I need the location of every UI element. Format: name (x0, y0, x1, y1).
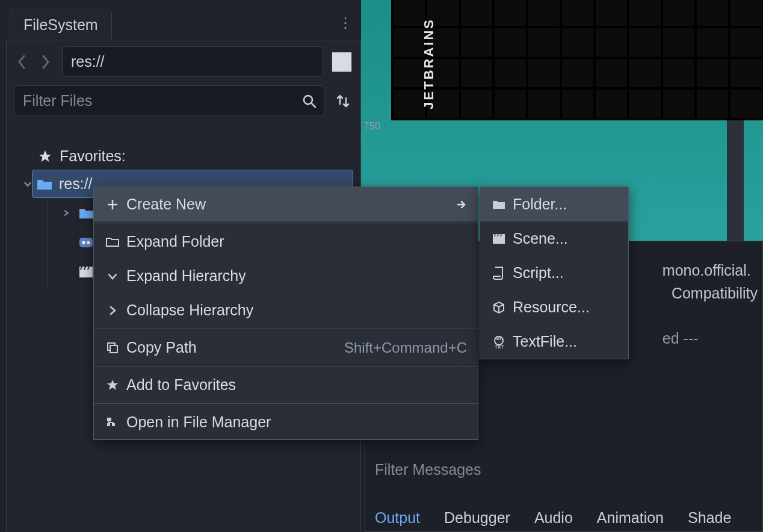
jetbrains-watermark: JETBRAINS (421, 18, 437, 110)
svg-line-22 (495, 234, 495, 237)
menu-copy-path[interactable]: Copy Path Shift+Command+C (94, 330, 478, 365)
sort-button[interactable] (333, 91, 353, 111)
scene-icon (78, 265, 94, 279)
filter-files-input[interactable] (14, 85, 324, 116)
svg-line-24 (501, 234, 501, 237)
menu-open-in-file-manager[interactable]: Open in File Manager (94, 405, 478, 439)
output-panel-tabs: Output Debugger Audio Animation Shade (375, 509, 731, 527)
submenu-label: Folder... (513, 196, 567, 213)
submenu-script[interactable]: Script... (480, 256, 628, 290)
plus-icon (105, 197, 120, 212)
menu-label: Expand Folder (126, 233, 224, 250)
panel-menu-button[interactable]: ⋮ (338, 14, 351, 31)
svg-point-3 (82, 241, 85, 244)
submenu-textfile[interactable]: TXT TextFile... (480, 324, 628, 359)
submenu-label: Script... (513, 264, 564, 282)
svg-rect-16 (112, 423, 115, 426)
path-bar (14, 46, 353, 77)
submenu-arrow-icon (456, 199, 467, 210)
menu-expand-hierarchy[interactable]: Expand Hierarchy (94, 259, 478, 293)
tree-root-label: res:// (59, 175, 93, 193)
menu-shortcut: Shift+Command+C (344, 339, 467, 356)
search-icon (301, 93, 317, 109)
svg-point-4 (87, 241, 90, 244)
svg-line-1 (312, 104, 315, 107)
file-manager-icon (105, 415, 120, 430)
svg-rect-15 (107, 423, 110, 426)
nav-back-button[interactable] (14, 52, 29, 72)
menu-label: Create New (126, 196, 206, 213)
chevron-right-icon (105, 303, 120, 318)
submenu-scene[interactable]: Scene... (480, 221, 628, 256)
context-menu: Create New Expand Folder Expand Hierarch… (93, 187, 478, 440)
menu-add-to-favorites[interactable]: Add to Favorites (94, 368, 478, 402)
star-icon (37, 149, 54, 164)
output-line: ed --- (663, 330, 699, 347)
folder-icon (78, 206, 95, 220)
output-line: mono.official. (663, 262, 751, 279)
folder-icon (491, 197, 507, 212)
chevron-down-icon (105, 268, 120, 284)
folder-outline-icon (105, 234, 120, 250)
ruler-tick-value: 750 (363, 120, 380, 132)
filter-messages-label: Filter Messages (375, 461, 481, 478)
filter-bar (14, 85, 353, 116)
menu-label: Expand Hierarchy (126, 267, 246, 285)
favorites-label: Favorites: (60, 147, 126, 165)
textfile-icon: TXT (491, 334, 507, 350)
tab-audio[interactable]: Audio (534, 509, 573, 527)
script-icon (491, 265, 507, 281)
menu-label: Collapse Hierarchy (126, 302, 253, 319)
expand-toggle[interactable] (63, 209, 72, 217)
svg-rect-14 (107, 418, 111, 421)
copy-icon (105, 340, 120, 356)
scene-icon (491, 231, 507, 247)
submenu-resource[interactable]: Resource... (480, 290, 628, 324)
menu-label: Add to Favorites (126, 376, 236, 394)
menu-create-new[interactable]: Create New (94, 187, 478, 221)
resource-icon (491, 300, 507, 315)
expand-toggle[interactable] (23, 180, 32, 188)
godot-icon (78, 235, 94, 250)
menu-expand-folder[interactable]: Expand Folder (94, 224, 478, 259)
output-line: Compatibility (672, 285, 758, 302)
submenu-label: Scene... (513, 230, 568, 247)
filesystem-panel-header: FileSystem ⋮ (6, 6, 361, 40)
tab-shade[interactable]: Shade (688, 509, 731, 527)
svg-text:TXT: TXT (495, 344, 504, 349)
svg-rect-5 (79, 269, 93, 277)
create-new-submenu: Folder... Scene... Script... Resource...… (480, 187, 629, 359)
nav-forward-button[interactable] (38, 52, 54, 72)
path-input[interactable] (62, 46, 323, 77)
viewport-grid (391, 0, 763, 120)
menu-label: Copy Path (126, 339, 197, 356)
svg-line-23 (498, 234, 498, 237)
submenu-label: TextFile... (513, 333, 577, 350)
svg-rect-20 (493, 237, 505, 244)
star-icon (105, 377, 120, 393)
tab-animation[interactable]: Animation (597, 509, 664, 527)
menu-label: Open in File Manager (126, 413, 271, 431)
svg-rect-13 (110, 345, 117, 353)
path-view-button[interactable] (332, 52, 352, 72)
menu-collapse-hierarchy[interactable]: Collapse Hierarchy (94, 293, 478, 327)
tab-debugger[interactable]: Debugger (444, 509, 510, 527)
output-log: mono.official. Compatibility ed --- (663, 259, 758, 350)
folder-icon (36, 177, 53, 191)
favorites-row[interactable]: Favorites: (33, 143, 353, 170)
svg-rect-2 (79, 238, 93, 247)
svg-point-0 (304, 96, 312, 104)
tab-output[interactable]: Output (375, 509, 420, 527)
submenu-label: Resource... (513, 298, 590, 316)
filesystem-tab[interactable]: FileSystem (10, 10, 112, 40)
submenu-folder[interactable]: Folder... (480, 187, 628, 221)
